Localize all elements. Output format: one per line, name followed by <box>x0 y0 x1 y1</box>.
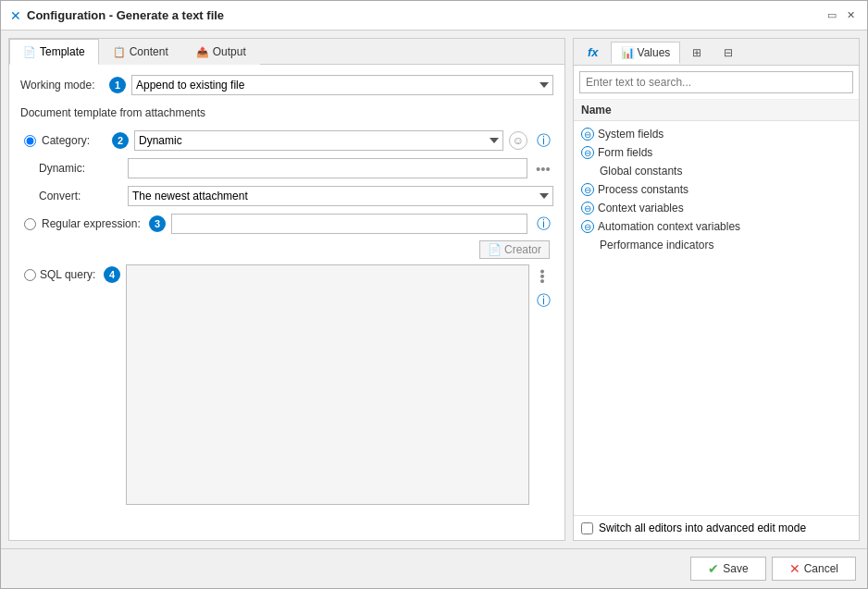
tree-item-system-fields[interactable]: ⊖ System fields <box>574 125 859 143</box>
tab-output[interactable]: 📤 Output <box>182 39 260 65</box>
advanced-edit-row: Switch all editors into advanced edit mo… <box>574 515 859 540</box>
sql-textarea[interactable] <box>126 264 529 505</box>
tree-header: Name <box>574 100 859 121</box>
working-mode-select[interactable]: Append to existing file <box>131 75 553 95</box>
creator-icon: 📄 <box>488 243 502 256</box>
convert-label: Convert: <box>39 190 122 202</box>
sql-more-icon[interactable]: ••• <box>533 266 553 287</box>
regex-input[interactable] <box>171 214 527 234</box>
badge-2: 2 <box>112 132 129 149</box>
sql-row: SQL query: 4 ••• ⓘ <box>20 264 553 505</box>
sql-info-icon[interactable]: ⓘ <box>533 290 553 311</box>
grid1-icon: ⊞ <box>692 46 701 59</box>
main-content: 📄 Template 📋 Content 📤 Output <box>1 31 867 548</box>
tree-item-global-constants[interactable]: Global constants <box>574 162 859 180</box>
cancel-label: Cancel <box>804 562 838 575</box>
convert-row: Convert: The newest attachment <box>20 185 553 207</box>
window-body: 📄 Template 📋 Content 📤 Output <box>1 31 867 588</box>
right-panel: fx 📊 Values ⊞ ⊟ <box>573 38 860 541</box>
smiley-button[interactable]: ☺ <box>509 131 527 150</box>
convert-select[interactable]: The newest attachment <box>128 186 553 206</box>
left-panel: 📄 Template 📋 Content 📤 Output <box>8 38 565 541</box>
tree-label-form-fields: Form fields <box>598 146 652 159</box>
minimize-button[interactable]: ▭ <box>825 8 839 23</box>
working-mode-label: Working mode: <box>20 79 104 92</box>
tree-item-process-constants[interactable]: ⊖ Process constants <box>574 180 859 199</box>
left-tab-bar: 📄 Template 📋 Content 📤 Output <box>9 39 564 65</box>
tree-item-context-variables[interactable]: ⊖ Context variables <box>574 199 859 217</box>
doc-template-section: Document template from attachments <box>20 102 553 124</box>
close-button[interactable]: ✕ <box>843 8 858 23</box>
tab-content-label: Content <box>130 45 168 58</box>
search-box-wrap <box>574 66 859 100</box>
title-bar-left: ✕ Configuration - Generate a text file <box>10 8 224 23</box>
dynamic-row: Dynamic: ••• <box>20 157 553 179</box>
working-mode-row: Working mode: 1 Append to existing file <box>20 74 553 96</box>
left-form: Working mode: 1 Append to existing file … <box>9 65 564 540</box>
badge-3: 3 <box>149 215 166 232</box>
regex-label: Regular expression: <box>42 217 143 230</box>
tree-label-process-constants: Process constants <box>598 183 688 196</box>
values-tab-label: Values <box>638 46 671 59</box>
save-button[interactable]: ✔ Save <box>690 557 765 581</box>
save-icon: ✔ <box>708 561 719 576</box>
expand-icon-form: ⊖ <box>581 146 594 159</box>
tab-output-label: Output <box>213 45 246 58</box>
tree-label-automation-context: Automation context variables <box>598 220 740 233</box>
tree-item-automation-context[interactable]: ⊖ Automation context variables <box>574 217 859 236</box>
template-tab-icon: 📄 <box>23 46 36 58</box>
doc-template-label: Document template from attachments <box>20 106 205 119</box>
dynamic-more-icon[interactable]: ••• <box>533 158 553 178</box>
advanced-edit-checkbox[interactable] <box>581 522 593 534</box>
category-info-icon[interactable]: ⓘ <box>533 130 553 151</box>
sql-label: SQL query: <box>40 268 100 281</box>
cancel-icon: ✕ <box>789 561 800 576</box>
category-row: Category: 2 Dynamic ☺ ⓘ <box>20 129 553 152</box>
save-label: Save <box>723 562 748 575</box>
expand-icon-system: ⊖ <box>581 128 594 141</box>
sql-radio[interactable] <box>24 269 36 281</box>
tab-template[interactable]: 📄 Template <box>9 39 99 65</box>
fx-icon: fx <box>588 45 599 59</box>
category-label: Category: <box>42 134 106 147</box>
tree-label-performance: Performance indicators <box>600 239 713 252</box>
tree-item-performance[interactable]: Performance indicators <box>574 236 859 254</box>
tab-grid1[interactable]: ⊞ <box>682 42 712 64</box>
tree-label-context-variables: Context variables <box>598 202 684 215</box>
cancel-button[interactable]: ✕ Cancel <box>772 557 856 581</box>
regex-radio[interactable] <box>24 218 36 230</box>
title-controls: ▭ ✕ <box>825 8 858 23</box>
right-body: Name ⊖ System fields ⊖ Form fields Globa… <box>574 66 859 540</box>
dynamic-input[interactable] <box>128 158 527 178</box>
badge-4: 4 <box>104 266 120 283</box>
tree-item-form-fields[interactable]: ⊖ Form fields <box>574 143 859 162</box>
category-select[interactable]: Dynamic <box>134 130 503 151</box>
tree-label-system-fields: System fields <box>598 128 663 141</box>
footer: ✔ Save ✕ Cancel <box>1 548 867 588</box>
tree-list: ⊖ System fields ⊖ Form fields Global con… <box>574 121 859 515</box>
main-window: ✕ Configuration - Generate a text file ▭… <box>0 0 868 589</box>
grid2-icon: ⊟ <box>724 46 733 59</box>
values-tab-icon: 📊 <box>621 46 635 59</box>
right-tab-bar: fx 📊 Values ⊞ ⊟ <box>574 39 859 66</box>
creator-button[interactable]: 📄 Creator <box>479 240 550 259</box>
expand-icon-process: ⊖ <box>581 183 594 196</box>
tab-values[interactable]: 📊 Values <box>611 42 681 64</box>
advanced-edit-label: Switch all editors into advanced edit mo… <box>599 522 806 534</box>
dynamic-label: Dynamic: <box>39 162 122 175</box>
creator-row: 📄 Creator <box>20 240 553 259</box>
tab-content[interactable]: 📋 Content <box>99 39 182 65</box>
tree-label-global-constants: Global constants <box>600 165 682 178</box>
content-tab-icon: 📋 <box>113 46 126 58</box>
output-tab-icon: 📤 <box>196 46 209 58</box>
creator-label: Creator <box>504 243 541 256</box>
badge-1: 1 <box>109 77 126 93</box>
tab-fx[interactable]: fx <box>577 41 609 64</box>
tab-grid2[interactable]: ⊟ <box>713 42 743 64</box>
category-radio[interactable] <box>24 135 36 147</box>
search-input[interactable] <box>579 71 853 93</box>
regex-info-icon[interactable]: ⓘ <box>533 214 553 234</box>
tab-template-label: Template <box>40 45 85 58</box>
regex-row: Regular expression: 3 ⓘ <box>20 213 553 235</box>
title-bar: ✕ Configuration - Generate a text file ▭… <box>1 1 867 31</box>
